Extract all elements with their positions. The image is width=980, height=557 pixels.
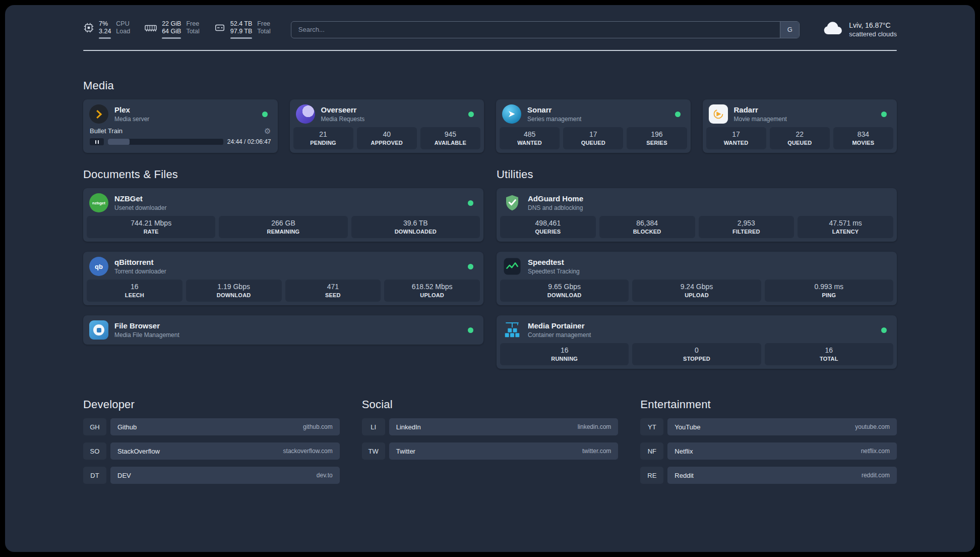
- progress-bar[interactable]: [108, 139, 223, 145]
- stat-ping: 0.993 ms PING: [765, 280, 893, 302]
- bookmark-reddit[interactable]: RE Reddit reddit.com: [640, 467, 897, 484]
- plex-icon: [89, 104, 108, 124]
- app-desc: Speedtest Tracking: [528, 268, 580, 275]
- section-title-media: Media: [83, 79, 897, 92]
- bookmark-dev[interactable]: DT DEV dev.to: [83, 467, 340, 484]
- ram-icon: [144, 22, 157, 33]
- bookmark-github[interactable]: GH Github github.com: [83, 418, 340, 435]
- search-input[interactable]: [291, 21, 800, 38]
- stat-value: 0.993 ms: [767, 283, 891, 291]
- ram-total: 64 GiB: [162, 28, 181, 35]
- bookmark-linkedin[interactable]: LI LinkedIn linkedin.com: [362, 418, 619, 435]
- app-card-radarr[interactable]: Radarr Movie management 17 WANTED 22 QUE…: [703, 99, 897, 153]
- bookmark-name: Netflix: [675, 448, 693, 455]
- stat-downloaded: 39.6 TB DOWNLOADED: [351, 216, 480, 238]
- disk-label-bottom: Total: [257, 28, 270, 35]
- app-card-plex[interactable]: Plex Media server Bullet Train ⚙: [83, 99, 278, 153]
- app-desc: Usenet downloader: [114, 204, 166, 211]
- bookmark-url: netflix.com: [861, 448, 890, 455]
- bookmark-name: Reddit: [675, 472, 694, 479]
- adguard-shield-icon: [503, 193, 522, 212]
- bookmark-name: YouTube: [675, 423, 700, 431]
- stat-movies: 834 MOVIES: [833, 127, 893, 149]
- cpu-values: 7% 3.24: [99, 20, 111, 39]
- section-title-social: Social: [362, 398, 619, 411]
- status-dot: [468, 112, 474, 117]
- stat-available: 945 AVAILABLE: [420, 127, 480, 149]
- stat-queued: 22 QUEUED: [770, 127, 830, 149]
- weather-location: Lviv, 16.87°C: [849, 21, 897, 30]
- section-title-documents: Documents & Files: [83, 168, 483, 181]
- cpu-minibar: [99, 37, 111, 39]
- bookmark-abbr: TW: [362, 442, 385, 460]
- bookmark-abbr: SO: [83, 442, 106, 460]
- ram-label-bottom: Total: [186, 28, 199, 35]
- gear-icon[interactable]: ⚙: [264, 128, 271, 135]
- stat-value: 17: [565, 130, 621, 139]
- stat-value: 1.19 Gbps: [188, 283, 280, 291]
- app-name: Sonarr: [527, 105, 581, 115]
- playback-time: 24:44 / 02:06:47: [227, 138, 271, 145]
- bookmark-url: reddit.com: [862, 472, 890, 479]
- bookmark-netflix[interactable]: NF Netflix netflix.com: [640, 442, 897, 460]
- app-name: AdGuard Home: [528, 194, 583, 203]
- disk-values: 52.4 TB 97.9 TB: [230, 20, 253, 39]
- section-documents: Documents & Files nzbget NZBGet Usenet d…: [83, 168, 483, 345]
- ram-usage-widget: 22 GiB 64 GiB Free Total: [144, 20, 200, 39]
- stat-pending: 21 PENDING: [293, 127, 353, 149]
- section-title-utilities: Utilities: [497, 168, 897, 181]
- disk-total: 97.9 TB: [230, 28, 253, 35]
- stat-value: 21: [295, 130, 351, 139]
- app-card-portainer[interactable]: Media Portainer Container management 16 …: [497, 315, 897, 369]
- app-desc: Media Requests: [321, 116, 365, 123]
- bookmark-url: youtube.com: [855, 423, 890, 430]
- stat-value: 40: [359, 130, 415, 139]
- app-card-sonarr[interactable]: Sonarr Series management 485 WANTED 17 Q…: [496, 99, 691, 153]
- stat-value: 22: [772, 130, 828, 139]
- stat-label: MOVIES: [835, 140, 891, 146]
- stat-value: 16: [767, 346, 891, 355]
- bookmark-twitter[interactable]: TW Twitter twitter.com: [362, 442, 619, 460]
- stat-label: UPLOAD: [386, 292, 478, 298]
- app-card-overseerr[interactable]: Overseerr Media Requests 21 PENDING 40 A…: [290, 99, 484, 153]
- pause-button[interactable]: [90, 138, 104, 145]
- search-provider-button[interactable]: G: [780, 22, 799, 38]
- stat-download: 9.65 Gbps DOWNLOAD: [500, 280, 629, 302]
- cloud-icon: [822, 21, 844, 39]
- bookmark-name: StackOverflow: [117, 448, 160, 455]
- app-name: Media Portainer: [528, 321, 591, 330]
- app-card-nzbget[interactable]: nzbget NZBGet Usenet downloader 744.21 M…: [83, 188, 483, 242]
- stat-value: 47.571 ms: [800, 219, 891, 228]
- stat-value: 471: [287, 283, 379, 291]
- stat-label: APPROVED: [359, 140, 415, 146]
- stat-label: SERIES: [629, 140, 685, 146]
- cpu-load: 3.24: [99, 28, 111, 35]
- stat-download: 1.19 Gbps DOWNLOAD: [186, 280, 282, 302]
- bookmark-youtube[interactable]: YT YouTube youtube.com: [640, 418, 897, 435]
- bookmark-url: stackoverflow.com: [283, 448, 333, 455]
- app-card-qbittorrent[interactable]: qb qBittorrent Torrent downloader 16 LEE…: [83, 252, 483, 305]
- now-playing-title: Bullet Train: [90, 127, 122, 135]
- app-card-adguard[interactable]: AdGuard Home DNS and adblocking 498,461 …: [497, 188, 897, 242]
- app-card-filebrowser[interactable]: File Browser Media File Management: [83, 315, 483, 345]
- app-card-speedtest[interactable]: Speedtest Speedtest Tracking 9.65 Gbps D…: [497, 252, 897, 305]
- stat-approved: 40 APPROVED: [357, 127, 417, 149]
- stat-leech: 16 LEECH: [87, 280, 182, 302]
- bookmark-stackoverflow[interactable]: SO StackOverflow stackoverflow.com: [83, 442, 340, 460]
- stat-label: QUERIES: [502, 229, 594, 235]
- stat-label: FILTERED: [701, 229, 792, 235]
- sonarr-icon: [502, 104, 521, 124]
- stat-label: PENDING: [295, 140, 351, 146]
- stat-value: 17: [708, 130, 764, 139]
- stat-label: DOWNLOAD: [188, 292, 280, 298]
- stat-queries: 498,461 QUERIES: [500, 216, 596, 238]
- stat-label: QUEUED: [772, 140, 828, 146]
- stat-value: 196: [629, 130, 685, 139]
- stat-label: DOWNLOADED: [353, 229, 478, 235]
- app-desc: Torrent downloader: [114, 268, 166, 275]
- dashboard-window: 7% 3.24 CPU Load: [0, 0, 980, 557]
- app-name: qBittorrent: [114, 258, 166, 267]
- stat-value: 266 GB: [221, 219, 345, 228]
- stat-latency: 47.571 ms LATENCY: [798, 216, 893, 238]
- stat-value: 0: [634, 346, 759, 355]
